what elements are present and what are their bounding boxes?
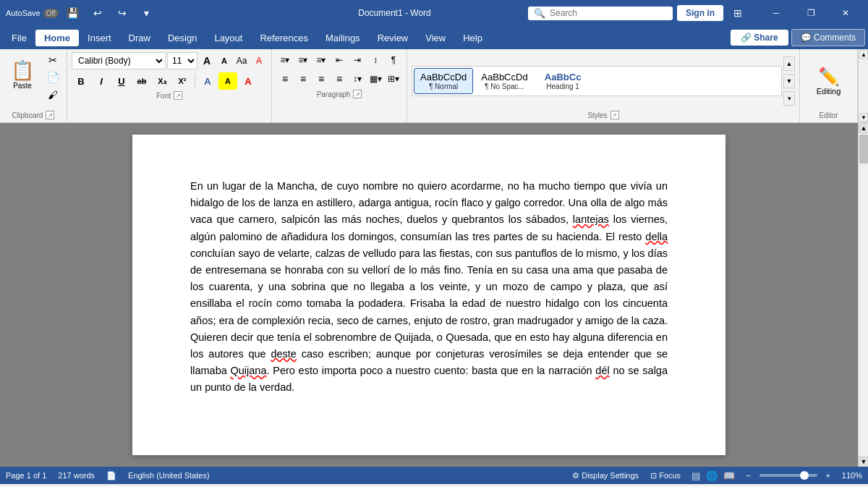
- menu-home[interactable]: Home: [35, 30, 79, 46]
- menu-review[interactable]: Review: [369, 30, 417, 46]
- shrink-font-button[interactable]: A: [216, 53, 232, 69]
- style-normal-label: ¶ Normal: [429, 82, 458, 90]
- styles-scroll-up[interactable]: ▲: [783, 56, 795, 71]
- save-icon[interactable]: 💾: [63, 4, 83, 22]
- restore-button[interactable]: ❐: [794, 0, 827, 26]
- menu-help[interactable]: Help: [454, 30, 491, 46]
- font-row-1: Calibri (Body) 11 A A Aa A: [72, 52, 267, 69]
- display-settings-button[interactable]: ⚙ Display Settings: [569, 471, 642, 480]
- style-nospacing-label: ¶ No Spac...: [485, 82, 524, 90]
- close-button[interactable]: ✕: [829, 0, 862, 26]
- clipboard-expand[interactable]: ↗: [46, 111, 54, 119]
- decrease-indent-button[interactable]: ⇤: [331, 52, 348, 68]
- paragraph-expand[interactable]: ↗: [353, 90, 362, 98]
- search-box[interactable]: 🔍: [528, 7, 673, 20]
- font-size-select[interactable]: 11: [167, 52, 197, 69]
- numbering-button[interactable]: ≡▾: [294, 52, 312, 68]
- document-content[interactable]: En un lugar de la Mancha, de cuyo nombre…: [190, 178, 668, 396]
- editing-button[interactable]: ✏️ Editing: [813, 59, 845, 103]
- web-view-button[interactable]: 🌐: [704, 470, 720, 481]
- read-view-button[interactable]: 📖: [721, 470, 737, 481]
- multilevel-button[interactable]: ≡▾: [312, 52, 330, 68]
- menu-references[interactable]: References: [251, 30, 316, 46]
- justify-button[interactable]: ≡: [331, 71, 348, 87]
- style-nospacing-preview: AaBbCcDd: [481, 72, 527, 82]
- focus-button[interactable]: ⊡ Focus: [647, 471, 684, 480]
- titlebar-right: 🔍 Sign in ⊞: [528, 4, 748, 22]
- align-center-button[interactable]: ≡: [294, 71, 312, 87]
- style-normal[interactable]: AaBbCcDd ¶ Normal: [414, 68, 473, 94]
- menu-draw[interactable]: Draw: [120, 30, 159, 46]
- underline-button[interactable]: U: [112, 72, 131, 90]
- shading-button[interactable]: ▦▾: [367, 71, 384, 87]
- zoom-level[interactable]: 110%: [839, 471, 862, 480]
- bold-button[interactable]: B: [72, 72, 90, 90]
- copy-button[interactable]: 📄: [43, 69, 62, 85]
- customize-icon[interactable]: ▾: [137, 4, 157, 22]
- highlight-button[interactable]: A: [218, 72, 237, 90]
- autosave-section: AutoSave Off: [6, 9, 59, 18]
- search-input[interactable]: [550, 8, 658, 18]
- styles-content: AaBbCcDd ¶ Normal AaBbCcDd ¶ No Spac... …: [412, 52, 795, 109]
- text-effects-button[interactable]: A: [198, 72, 217, 90]
- zoom-out-button[interactable]: −: [743, 471, 753, 480]
- align-left-button[interactable]: ≡: [276, 71, 294, 87]
- scroll-thumb[interactable]: [859, 135, 868, 164]
- signin-button[interactable]: Sign in: [677, 5, 723, 21]
- styles-expand[interactable]: ↗: [610, 111, 619, 119]
- menu-mailings[interactable]: Mailings: [317, 30, 369, 46]
- clear-formatting-button[interactable]: A: [251, 53, 267, 69]
- undo-icon[interactable]: ↩: [88, 4, 108, 22]
- strikethrough-button[interactable]: ab: [132, 72, 151, 90]
- align-right-button[interactable]: ≡: [312, 71, 330, 87]
- scroll-up-arrow[interactable]: ▲: [859, 123, 868, 133]
- cut-button[interactable]: ✂: [43, 52, 62, 68]
- paste-button[interactable]: 📋 Paste: [4, 52, 41, 97]
- ribbon-display-icon[interactable]: ⊞: [728, 4, 748, 22]
- font-expand[interactable]: ↗: [174, 91, 182, 100]
- menu-design[interactable]: Design: [159, 30, 205, 46]
- font-color-button[interactable]: A: [239, 72, 258, 90]
- menu-layout[interactable]: Layout: [205, 30, 251, 46]
- styles-scroll-down[interactable]: ▼: [783, 74, 795, 88]
- grow-font-button[interactable]: A: [199, 53, 215, 69]
- language[interactable]: English (United States): [128, 471, 210, 480]
- bullets-button[interactable]: ≡▾: [276, 52, 294, 68]
- font-family-select[interactable]: Calibri (Body): [72, 52, 166, 69]
- style-no-spacing[interactable]: AaBbCcDd ¶ No Spac...: [475, 68, 534, 94]
- zoom-in-button[interactable]: +: [823, 471, 833, 480]
- menu-view[interactable]: View: [417, 30, 454, 46]
- change-case-button[interactable]: Aa: [234, 53, 250, 69]
- share-button[interactable]: 🔗 Share: [731, 30, 788, 46]
- zoom-slider[interactable]: [760, 474, 817, 477]
- minimize-button[interactable]: ─: [760, 0, 793, 26]
- zoom-thumb[interactable]: [800, 471, 809, 480]
- increase-indent-button[interactable]: ⇥: [349, 52, 366, 68]
- menu-insert[interactable]: Insert: [79, 30, 120, 46]
- scroll-track[interactable]: [859, 133, 868, 457]
- word-lantejas: lantejas: [573, 213, 609, 225]
- autosave-toggle[interactable]: Off: [43, 9, 59, 18]
- styles-list: AaBbCcDd ¶ Normal AaBbCcDd ¶ No Spac... …: [412, 66, 782, 96]
- sort-button[interactable]: ↕: [367, 52, 384, 68]
- show-marks-button[interactable]: ¶: [385, 52, 402, 68]
- line-spacing-button[interactable]: ↕▾: [349, 71, 366, 87]
- subscript-button[interactable]: X₂: [153, 72, 171, 90]
- redo-icon[interactable]: ↪: [112, 4, 132, 22]
- format-painter-button[interactable]: 🖌: [43, 87, 62, 103]
- borders-button[interactable]: ⊞▾: [385, 71, 402, 87]
- comments-button[interactable]: 💬 Comments: [791, 29, 865, 46]
- ribbon-clipboard-content: 📋 Paste ✂ 📄 🖌: [4, 52, 62, 109]
- styles-more[interactable]: ▾: [783, 91, 795, 106]
- ribbon-editor-section: ✏️ Editing Editor: [800, 49, 858, 122]
- superscript-button[interactable]: X²: [173, 72, 192, 90]
- scroll-down-arrow[interactable]: ▼: [859, 457, 868, 467]
- ribbon-scroll-down[interactable]: ▼: [859, 113, 868, 122]
- ribbon-scroll-up[interactable]: ▲: [859, 50, 868, 59]
- menu-file[interactable]: File: [3, 30, 35, 46]
- italic-button[interactable]: I: [92, 72, 111, 90]
- style-heading1[interactable]: AaBbCc Heading 1: [536, 68, 590, 94]
- paragraph-controls: ≡▾ ≡▾ ≡▾ ⇤ ⇥ ↕ ¶ ≡ ≡ ≡ ≡ ↕▾ ▦▾ ⊞▾: [276, 52, 402, 88]
- print-view-button[interactable]: ▤: [689, 470, 702, 481]
- doc-page-area[interactable]: En un lugar de la Mancha, de cuyo nombre…: [0, 123, 858, 467]
